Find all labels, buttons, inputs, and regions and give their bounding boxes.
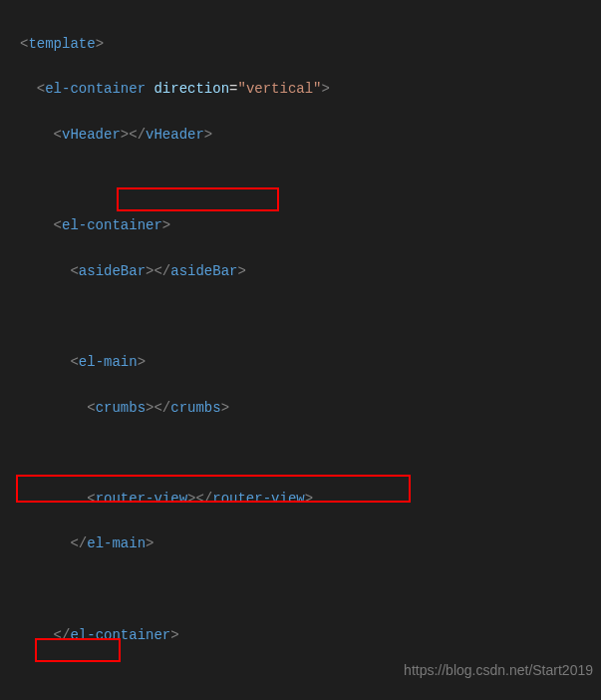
- code-line: <template>: [20, 33, 601, 56]
- code-line: [20, 578, 601, 601]
- code-editor[interactable]: <template> <el-container direction="vert…: [0, 0, 601, 700]
- code-line: [20, 170, 601, 192]
- code-line: </el-container>: [20, 624, 601, 647]
- code-line: <el-container direction="vertical">: [20, 78, 601, 101]
- watermark-text: https://blog.csdn.net/Start2019: [404, 659, 593, 682]
- code-line: <asideBar></asideBar>: [20, 260, 601, 283]
- code-line: <el-container>: [20, 214, 601, 237]
- code-line: <crumbs></crumbs>: [20, 397, 601, 420]
- code-line: </el-main>: [20, 532, 601, 555]
- code-line: <vHeader></vHeader>: [20, 124, 601, 147]
- code-line: [20, 305, 601, 328]
- code-line: <router-view></router-view>: [20, 488, 601, 511]
- code-line: <el-main>: [20, 351, 601, 374]
- code-line: [20, 442, 601, 465]
